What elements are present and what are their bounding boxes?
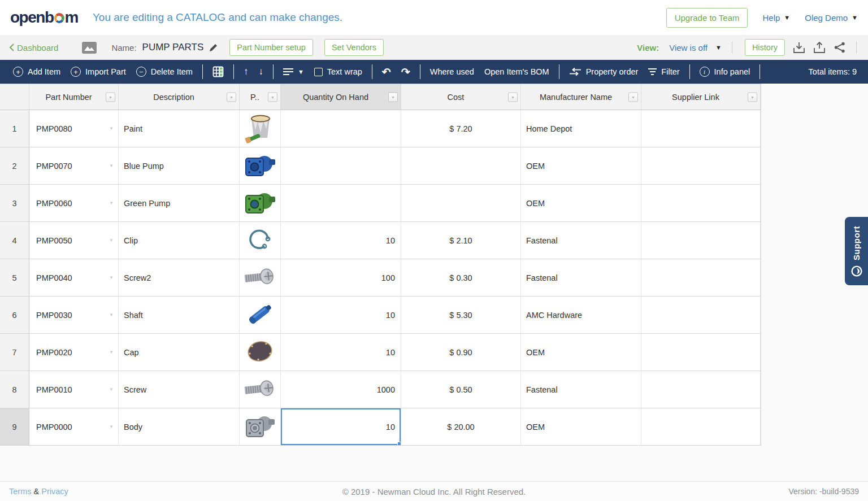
manufacturer-cell[interactable]: OEM <box>521 147 641 185</box>
move-row-up-button[interactable]: ↑ <box>238 66 254 77</box>
cost-cell[interactable]: $ 0.30 <box>401 259 521 297</box>
upgrade-to-team-button[interactable]: Upgrade to Team <box>666 8 748 28</box>
row-number[interactable]: 2 <box>0 147 29 185</box>
filter-button[interactable]: Filter <box>643 67 684 76</box>
supplier-link-cell[interactable] <box>641 297 761 334</box>
part-number-setup-button[interactable]: Part Number setup <box>229 39 313 56</box>
undo-button[interactable]: ↶ <box>377 66 396 79</box>
chevron-down-icon[interactable]: ▼ <box>109 424 114 429</box>
share-icon[interactable] <box>834 41 846 54</box>
move-row-down-button[interactable]: ↓ <box>253 66 268 77</box>
supplier-link-cell[interactable] <box>641 185 761 222</box>
quantity-cell[interactable]: 10 <box>281 408 401 446</box>
quantity-cell[interactable] <box>281 110 401 147</box>
manufacturer-cell[interactable]: OEM <box>521 185 641 222</box>
column-filter-icon[interactable]: ▼ <box>748 92 757 102</box>
chevron-down-icon[interactable]: ▼ <box>109 350 114 355</box>
supplier-link-cell[interactable] <box>641 371 761 408</box>
column-filter-icon[interactable]: ▼ <box>268 92 277 102</box>
chevron-down-icon[interactable]: ▼ <box>109 387 114 392</box>
thumbnail-cell[interactable] <box>240 408 281 446</box>
chevron-down-icon[interactable]: ▼ <box>109 312 114 317</box>
description-cell[interactable]: Blue Pump <box>119 147 240 185</box>
part-number-cell[interactable]: PMP0010▼ <box>29 371 119 408</box>
set-vendors-button[interactable]: Set Vendors <box>324 39 384 56</box>
manufacturer-cell[interactable]: Fastenal <box>521 222 641 259</box>
row-number[interactable]: 5 <box>0 259 29 297</box>
supplier-link-cell[interactable] <box>641 147 761 185</box>
manage-columns-button[interactable] <box>207 66 229 77</box>
column-filter-icon[interactable]: ▼ <box>508 92 518 102</box>
thumbnail-cell[interactable] <box>240 185 281 222</box>
description-cell[interactable]: Shaft <box>119 297 240 334</box>
text-wrap-toggle[interactable]: Text wrap <box>309 67 367 76</box>
part-number-cell[interactable]: PMP0030▼ <box>29 297 119 334</box>
part-number-cell[interactable]: PMP0070▼ <box>29 147 119 185</box>
thumbnail-cell[interactable] <box>240 222 281 259</box>
export-download-icon[interactable] <box>793 41 805 54</box>
part-number-cell[interactable]: PMP0040▼ <box>29 259 119 297</box>
terms-link[interactable]: Terms <box>9 487 31 496</box>
part-number-cell[interactable]: PMP0020▼ <box>29 334 119 371</box>
chevron-down-icon[interactable]: ▼ <box>715 44 722 51</box>
thumbnail-cell[interactable] <box>240 297 281 334</box>
add-item-button[interactable]: + Add Item <box>8 67 66 77</box>
user-menu[interactable]: Oleg Demo▼ <box>805 13 858 23</box>
quantity-cell[interactable]: 100 <box>281 259 401 297</box>
import-part-button[interactable]: + Import Part <box>66 67 131 77</box>
catalog-image-icon[interactable] <box>82 42 97 54</box>
row-number[interactable]: 3 <box>0 185 29 222</box>
chevron-down-icon[interactable]: ▼ <box>109 238 114 243</box>
description-cell[interactable]: Screw <box>119 371 240 408</box>
select-all-corner[interactable] <box>0 84 29 110</box>
description-cell[interactable]: Green Pump <box>119 185 240 222</box>
manufacturer-cell[interactable]: Home Depot <box>521 110 641 147</box>
cost-cell[interactable]: $ 2.10 <box>401 222 521 259</box>
thumbnail-cell[interactable] <box>240 334 281 371</box>
column-filter-icon[interactable]: ▼ <box>388 92 398 102</box>
catalog-name[interactable]: PUMP PARTS <box>142 42 204 53</box>
quantity-cell[interactable]: 10 <box>281 334 401 371</box>
row-number[interactable]: 4 <box>0 222 29 259</box>
row-number[interactable]: 6 <box>0 297 29 334</box>
quantity-cell[interactable] <box>281 185 401 222</box>
dashboard-back-link[interactable]: Dashboard <box>9 43 58 53</box>
manufacturer-cell[interactable]: Fastenal <box>521 371 641 408</box>
manufacturer-cell[interactable]: Fastenal <box>521 259 641 297</box>
manufacturer-cell[interactable]: AMC Hardware <box>521 297 641 334</box>
quantity-cell[interactable] <box>281 147 401 185</box>
column-header-manufacturer-name[interactable]: Manufacturer Name▼ <box>521 84 641 110</box>
quantity-cell[interactable]: 1000 <box>281 371 401 408</box>
row-number[interactable]: 1 <box>0 110 29 147</box>
part-number-cell[interactable]: PMP0060▼ <box>29 185 119 222</box>
edit-name-icon[interactable] <box>209 43 218 53</box>
manufacturer-cell[interactable]: OEM <box>521 408 641 446</box>
cost-cell[interactable] <box>401 147 521 185</box>
cost-cell[interactable]: $ 0.90 <box>401 334 521 371</box>
manufacturer-cell[interactable]: OEM <box>521 334 641 371</box>
thumbnail-cell[interactable] <box>240 147 281 185</box>
redo-button[interactable]: ↷ <box>396 66 415 79</box>
description-cell[interactable]: Body <box>119 408 240 446</box>
column-filter-icon[interactable]: ▼ <box>106 92 115 102</box>
part-number-cell[interactable]: PMP0080▼ <box>29 110 119 147</box>
privacy-link[interactable]: Privacy <box>41 487 68 496</box>
description-cell[interactable]: Paint <box>119 110 240 147</box>
fill-handle[interactable] <box>397 442 401 446</box>
text-align-button[interactable]: ▼ <box>278 68 309 76</box>
import-upload-icon[interactable] <box>813 41 826 54</box>
column-header-description[interactable]: Description▼ <box>119 84 240 110</box>
cost-cell[interactable]: $ 0.50 <box>401 371 521 408</box>
chevron-down-icon[interactable]: ▼ <box>109 201 114 206</box>
thumbnail-cell[interactable] <box>240 371 281 408</box>
supplier-link-cell[interactable] <box>641 408 761 446</box>
part-number-cell[interactable]: PMP0050▼ <box>29 222 119 259</box>
column-header-quantity-on-hand[interactable]: Quantity On Hand▼ <box>281 84 401 110</box>
help-menu[interactable]: Help▼ <box>762 13 790 23</box>
delete-item-button[interactable]: − Delete Item <box>131 67 198 77</box>
cost-cell[interactable]: $ 5.30 <box>401 297 521 334</box>
chevron-down-icon[interactable]: ▼ <box>109 126 114 131</box>
cost-cell[interactable]: $ 7.20 <box>401 110 521 147</box>
description-cell[interactable]: Clip <box>119 222 240 259</box>
where-used-button[interactable]: Where used <box>425 67 479 76</box>
